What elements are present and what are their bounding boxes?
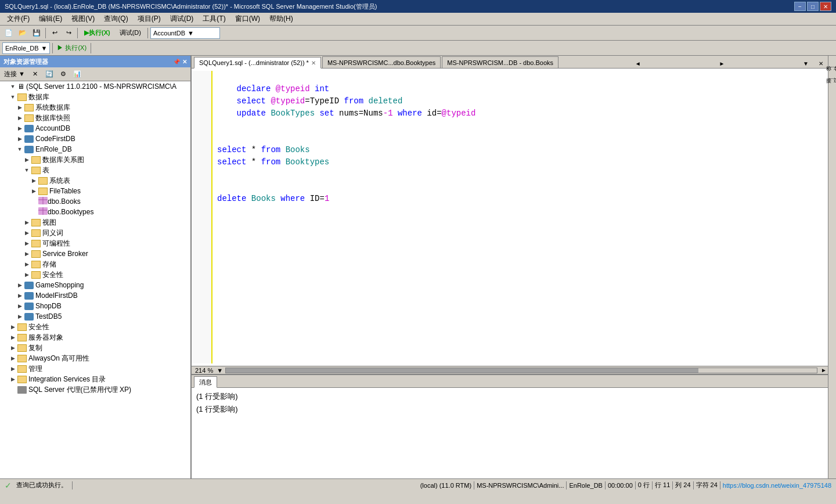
tree-item-shopdb[interactable]: ▶ShopDB	[0, 301, 190, 311]
h-scroll-right[interactable]: ►	[820, 367, 828, 373]
expand-root[interactable]: ▼	[9, 83, 16, 90]
right-btn-2[interactable]: 连接	[828, 67, 836, 79]
tree-item-db-snapshots[interactable]: ▶数据库快照	[0, 113, 190, 123]
oe-refresh-btn[interactable]: 🔄	[43, 68, 56, 81]
open-btn[interactable]: 📂	[16, 27, 29, 39]
tab-close-all[interactable]: ✕	[816, 59, 826, 68]
expand-btn-sql-agent[interactable]	[9, 386, 16, 393]
expand-btn-shopdb[interactable]: ▶	[16, 303, 23, 309]
tree-item-tables[interactable]: ▼表	[0, 165, 190, 175]
oe-pin-btn[interactable]: 📌	[173, 59, 180, 65]
redo-btn[interactable]: ↪	[62, 27, 75, 39]
code-line-4[interactable]	[217, 120, 823, 132]
tree-item-gameshopping[interactable]: ▶GameShopping	[0, 280, 190, 290]
menu-item-D[interactable]: 调试(D)	[165, 13, 199, 25]
tab-scroll-right[interactable]: ►	[717, 59, 726, 68]
expand-btn-system-dbs[interactable]: ▶	[16, 104, 23, 111]
maximize-button[interactable]: □	[807, 2, 819, 11]
debug-btn[interactable]: 调试(D)	[116, 27, 145, 39]
expand-btn-databases[interactable]: ▼	[9, 93, 16, 100]
expand-btn-accountdb[interactable]: ▶	[16, 125, 23, 132]
tree-item-system-tables[interactable]: ▶系统表	[0, 175, 190, 186]
expand-btn-security-root[interactable]: ▶	[9, 323, 16, 330]
menu-item-Q[interactable]: 查询(Q)	[99, 13, 132, 25]
expand-btn-management[interactable]: ▶	[9, 365, 16, 372]
h-scroll-bar[interactable]: 214 % ▼ ►	[192, 366, 828, 374]
expand-btn-dbo-books[interactable]	[30, 198, 37, 205]
menu-item-T[interactable]: 工具(T)	[198, 13, 230, 25]
tree-item-views[interactable]: ▶视图	[0, 217, 190, 228]
tree-item-security-root[interactable]: ▶安全性	[0, 322, 190, 332]
expand-btn-db-diagrams[interactable]: ▶	[23, 156, 30, 163]
tree-item-storage[interactable]: ▶存储	[0, 259, 190, 269]
editor-tab-query1[interactable]: SQLQuery1.sql - (...dministrator (52)) *…	[194, 57, 321, 69]
tree-item-service-broker[interactable]: ▶Service Broker	[0, 249, 190, 259]
execute-btn[interactable]: ▶ 执行(X)	[80, 27, 114, 39]
h-scrollbar-track[interactable]	[225, 368, 817, 373]
tree-item-synonyms[interactable]: ▶同义词	[0, 228, 190, 238]
oe-connect-btn[interactable]: 连接 ▼	[1, 68, 28, 81]
oe-filter-btn[interactable]: ⚙	[57, 68, 70, 81]
expand-btn-replication[interactable]: ▶	[9, 344, 16, 351]
tree-item-enrole-db[interactable]: ▼EnRole_DB	[0, 144, 190, 154]
expand-btn-db-snapshots[interactable]: ▶	[16, 114, 23, 121]
h-scrollbar-thumb[interactable]	[226, 368, 698, 373]
code-line-6[interactable]: select * from Books	[217, 144, 823, 156]
tree-item-dbo-booktypes[interactable]: dbo.Booktypes	[0, 207, 190, 217]
tree-item-replication[interactable]: ▶复制	[0, 343, 190, 353]
expand-btn-dbo-booktypes[interactable]	[30, 208, 37, 215]
minimize-button[interactable]: −	[794, 2, 806, 11]
expand-btn-service-broker[interactable]: ▶	[23, 250, 30, 257]
expand-btn-programmability[interactable]: ▶	[23, 240, 30, 247]
tree-item-sql-agent[interactable]: SQL Server 代理(已禁用代理 XP)	[0, 384, 190, 395]
execute-btn2[interactable]: ▶ 执行(X)	[55, 42, 88, 55]
code-line-5[interactable]	[217, 132, 823, 144]
tree-item-integration-services[interactable]: ▶Integration Services 目录	[0, 374, 190, 384]
menu-item-P[interactable]: 项目(P)	[133, 13, 165, 25]
tree-item-alwayson[interactable]: ▶AlwaysOn 高可用性	[0, 353, 190, 363]
tree-item-management[interactable]: ▶管理	[0, 363, 190, 374]
expand-btn-server-objects[interactable]: ▶	[9, 334, 16, 341]
expand-btn-codefirstdb[interactable]: ▶	[16, 135, 23, 142]
code-line-3[interactable]: update BookTypes set nums=Nums-1 where i…	[217, 107, 823, 120]
oe-close-btn[interactable]: ✕	[182, 59, 187, 65]
expand-btn-enrole-db[interactable]: ▼	[16, 146, 23, 153]
tree-item-security[interactable]: ▶安全性	[0, 269, 190, 280]
undo-btn[interactable]: ↩	[48, 27, 61, 39]
tab-dropdown[interactable]: ▼	[801, 59, 810, 68]
expand-btn-system-tables[interactable]: ▶	[30, 177, 37, 184]
oe-disconnect-btn[interactable]: ✕	[29, 68, 42, 81]
expand-btn-gameshopping[interactable]: ▶	[16, 282, 23, 289]
expand-btn-testdb5[interactable]: ▶	[16, 313, 23, 320]
code-line-0[interactable]	[217, 71, 823, 83]
database-selector[interactable]: AccountDB ▼	[150, 27, 220, 39]
expand-btn-synonyms[interactable]: ▶	[23, 229, 30, 236]
menu-item-H[interactable]: 帮助(H)	[265, 13, 298, 25]
tab-close-query1[interactable]: ✕	[311, 60, 316, 66]
tree-item-dbo-books[interactable]: dbo.Books	[0, 196, 190, 207]
tree-item-testdb5[interactable]: ▶TestDB5	[0, 311, 190, 322]
oe-reports-btn[interactable]: 📊	[71, 68, 84, 81]
code-line-2[interactable]: select @typeid=TypeID from deleted	[217, 95, 823, 107]
tree-item-filetables[interactable]: ▶FileTables	[0, 186, 190, 196]
code-line-7[interactable]: select * from Booktypes	[217, 156, 823, 168]
save-btn[interactable]: 💾	[30, 27, 43, 39]
expand-btn-storage[interactable]: ▶	[23, 261, 30, 268]
close-button[interactable]: ✕	[820, 2, 831, 11]
tree-item-server-objects[interactable]: ▶服务器对象	[0, 332, 190, 343]
expand-btn-integration-services[interactable]: ▶	[9, 376, 16, 383]
editor-tab-booktypes[interactable]: MS-NPRSWRCISMC...dbo.Booktypes	[322, 56, 441, 68]
code-editor[interactable]: declare @typeid int select @typeid=TypeI…	[192, 69, 828, 366]
tree-item-codefirstdb[interactable]: ▶CodeFirstDB	[0, 134, 190, 144]
result-tab-messages[interactable]: 消息	[194, 376, 217, 388]
expand-btn-tables[interactable]: ▼	[23, 167, 30, 174]
code-line-8[interactable]	[217, 168, 823, 181]
tree-item-db-diagrams[interactable]: ▶数据库关系图	[0, 154, 190, 165]
expand-btn-security[interactable]: ▶	[23, 271, 30, 278]
expand-btn-modelfirstdb[interactable]: ▶	[16, 292, 23, 299]
code-content[interactable]: declare @typeid int select @typeid=TypeI…	[212, 71, 828, 363]
menu-item-V[interactable]: 视图(V)	[67, 13, 99, 25]
code-line-9[interactable]	[217, 181, 823, 193]
tree-item-accountdb[interactable]: ▶AccountDB	[0, 123, 190, 134]
expand-btn-filetables[interactable]: ▶	[30, 188, 37, 195]
